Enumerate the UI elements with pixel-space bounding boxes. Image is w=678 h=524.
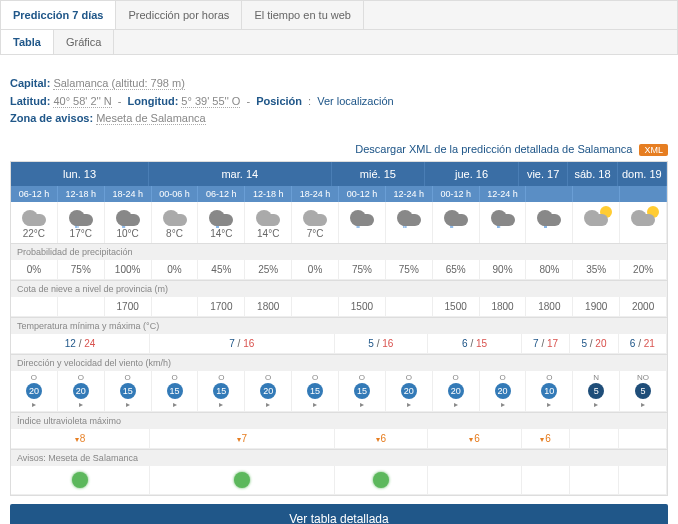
alert-cell — [522, 466, 570, 495]
wind-label: Dirección y velocidad del viento (km/h) — [11, 354, 667, 371]
location-info: Capital: Salamanca (altitud: 798 m) Lati… — [0, 75, 678, 138]
xml-badge[interactable]: XML — [639, 144, 668, 156]
snow-cell: 1800 — [480, 297, 527, 317]
weather-icon: ||| — [339, 202, 386, 243]
uv-cell: 6 — [335, 429, 429, 449]
minmax-cell: 7 / 17 — [522, 334, 570, 354]
tab-7days[interactable]: Predicción 7 días — [1, 1, 116, 29]
wind-cell: O20▸ — [480, 371, 527, 412]
weather-icon: ||| — [526, 202, 573, 243]
minmax-cell: 12 / 24 — [11, 334, 150, 354]
hour-header: 00-12 h — [339, 186, 386, 202]
weather-icon: 22°C — [11, 202, 58, 243]
zona-value: Meseta de Salamanca — [96, 112, 205, 125]
download-xml-link[interactable]: Descargar XML de la predicción detallada… — [355, 143, 632, 155]
subtab-graph[interactable]: Gráfica — [54, 30, 114, 54]
weather-icon: ||| — [433, 202, 480, 243]
minmax-cell: 6 / 15 — [428, 334, 522, 354]
day-header: lun. 13 — [11, 162, 149, 186]
alerts-label: Avisos: Meseta de Salamanca — [11, 449, 667, 466]
uv-cell: 7 — [150, 429, 334, 449]
hour-header: 00-12 h — [433, 186, 480, 202]
hour-header: 12-24 h — [386, 186, 433, 202]
alert-cell — [428, 466, 522, 495]
wind-cell: O15▸ — [198, 371, 245, 412]
wind-cell: O20▸ — [433, 371, 480, 412]
minmax-cell: 6 / 21 — [619, 334, 667, 354]
snow-cell: 1700 — [105, 297, 152, 317]
uv-cell: 6 — [522, 429, 570, 449]
precip-cell: 20% — [620, 260, 667, 280]
alert-cell — [11, 466, 150, 495]
wind-cell: O20▸ — [386, 371, 433, 412]
lat-value: 40° 58' 2'' N — [53, 95, 111, 108]
weather-icon: ||| — [480, 202, 527, 243]
weather-icon: |||17°C — [58, 202, 105, 243]
day-header: vie. 17 — [519, 162, 568, 186]
sub-tabs: Tabla Gráfica — [0, 30, 678, 55]
uv-cell: 8 — [11, 429, 150, 449]
precip-cell: 0% — [292, 260, 339, 280]
minmax-cell: 7 / 16 — [150, 334, 334, 354]
weather-icon: 8°C — [152, 202, 199, 243]
precip-cell: 45% — [198, 260, 245, 280]
minmax-cell: 5 / 20 — [570, 334, 618, 354]
day-header: mar. 14 — [149, 162, 331, 186]
day-header: jue. 16 — [425, 162, 519, 186]
weather-icon: ||| — [386, 202, 433, 243]
precip-cell: 90% — [480, 260, 527, 280]
minmax-cell: 5 / 16 — [335, 334, 429, 354]
snow-label: Cota de nieve a nivel de provincia (m) — [11, 280, 667, 297]
hour-header — [573, 186, 620, 202]
subtab-table[interactable]: Tabla — [1, 30, 54, 54]
precip-cell: 65% — [433, 260, 480, 280]
weather-icon: |||14°C — [198, 202, 245, 243]
alert-cell — [619, 466, 667, 495]
day-header: sáb. 18 — [568, 162, 617, 186]
snow-cell: 1500 — [339, 297, 386, 317]
snow-cell: 2000 — [620, 297, 667, 317]
hour-header: 12-24 h — [480, 186, 527, 202]
hour-header: 18-24 h — [105, 186, 152, 202]
tab-widget[interactable]: El tiempo en tu web — [242, 1, 364, 29]
tab-hourly[interactable]: Predicción por horas — [116, 1, 242, 29]
precip-cell: 80% — [526, 260, 573, 280]
lat-label: Latitud: — [10, 95, 50, 107]
wind-cell: O15▸ — [152, 371, 199, 412]
alert-cell — [570, 466, 618, 495]
wind-cell: N5▸ — [573, 371, 620, 412]
precip-cell: 75% — [339, 260, 386, 280]
alert-cell — [335, 466, 429, 495]
snow-cell — [386, 297, 433, 317]
precip-cell: 0% — [11, 260, 58, 280]
alert-dot-icon — [373, 472, 389, 488]
snow-cell — [292, 297, 339, 317]
capital-value: Salamanca (altitud: 798 m) — [53, 77, 184, 90]
pos-label: Posición — [256, 95, 302, 107]
uv-cell — [619, 429, 667, 449]
pos-link[interactable]: Ver localización — [317, 95, 393, 107]
detailed-table-button[interactable]: Ver tabla detallada — [10, 504, 668, 524]
uv-label: Índice ultravioleta máximo — [11, 412, 667, 429]
precip-cell: 25% — [245, 260, 292, 280]
weather-icon: 14°C — [245, 202, 292, 243]
wind-cell: O15▸ — [339, 371, 386, 412]
snow-cell — [152, 297, 199, 317]
lon-value: 5° 39' 55'' O — [181, 95, 240, 108]
weather-icon — [620, 202, 667, 243]
snow-cell: 1800 — [526, 297, 573, 317]
capital-label: Capital: — [10, 77, 50, 89]
hour-header: 06-12 h — [11, 186, 58, 202]
lon-label: Longitud: — [128, 95, 179, 107]
snow-cell — [58, 297, 105, 317]
alert-cell — [150, 466, 334, 495]
precip-cell: 35% — [573, 260, 620, 280]
snow-cell: 1700 — [198, 297, 245, 317]
uv-cell — [570, 429, 618, 449]
precip-cell: 75% — [58, 260, 105, 280]
snow-cell: 1800 — [245, 297, 292, 317]
main-tabs: Predicción 7 días Predicción por horas E… — [0, 0, 678, 30]
wind-cell: O15▸ — [292, 371, 339, 412]
minmax-label: Temperatura mínima y máxima (°C) — [11, 317, 667, 334]
hour-header: 12-18 h — [245, 186, 292, 202]
